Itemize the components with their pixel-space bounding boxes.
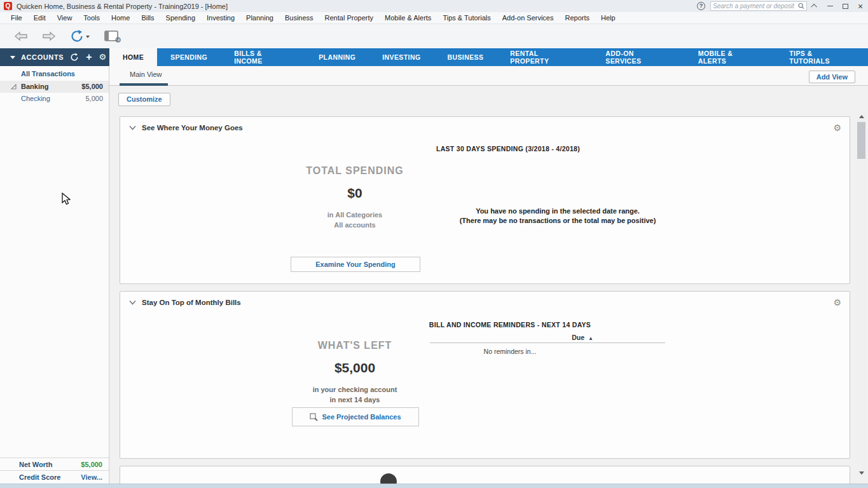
accounts-sidebar-header[interactable]: ACCOUNTS [0,48,109,66]
account-group-balance: $5,000 [81,83,103,90]
bills-panel-settings-icon[interactable] [833,297,841,308]
window-title: Quicken Home, Business & Rental Property… [17,3,228,10]
menu-investing[interactable]: Investing [201,14,240,22]
no-reminders-message: No reminders in... [383,348,637,355]
sidebar-item-checking[interactable]: Checking 5,000 [0,93,109,105]
accounts-header-label: ACCOUNTS [21,53,64,61]
gear-icon: ⚙ [114,36,121,44]
update-dropdown-caret-icon[interactable] [86,36,90,38]
tab-main-view[interactable]: Main View [130,71,162,78]
menu-reports[interactable]: Reports [560,14,596,22]
due-column-header[interactable]: Due [430,334,593,341]
forward-button[interactable] [42,31,56,41]
menu-business[interactable]: Business [279,14,319,22]
tab-investing[interactable]: INVESTING [369,48,434,66]
add-view-button[interactable]: Add View [809,71,855,83]
collapse-panel-icon[interactable] [129,300,136,305]
back-button[interactable] [14,31,28,41]
mouse-cursor [62,193,71,206]
reminders-title: BILL AND INCOME REMINDERS - NEXT 14 DAYS [383,321,637,329]
accounts-collapse-icon[interactable] [10,56,15,59]
group-expand-icon[interactable] [11,84,17,90]
main-content: Main View Add View Customize See Where Y… [109,66,868,488]
whats-left-sub2: in next 14 days [291,396,418,403]
tab-rental-property[interactable]: RENTAL PROPERTY [497,48,592,66]
scroll-up-icon[interactable] [857,112,866,121]
credit-score-view-link[interactable]: View... [81,473,102,481]
whats-left-summary: WHAT'S LEFT $5,000 in your checking acco… [291,340,418,403]
sidebar-item-all-transactions[interactable]: All Transactions [21,70,75,78]
spending-panel: See Where Your Money Goes LAST 30 DAYS S… [120,116,850,284]
tab-business[interactable]: BUSINESS [434,48,497,66]
whats-left-value: $5,000 [291,360,418,376]
active-view-underline [120,83,168,86]
credit-score-label: Credit Score [19,473,60,481]
bills-panel: Stay On Top of Monthly Bills BILL AND IN… [120,291,850,459]
tab-addon-services[interactable]: ADD-ON SERVICES [592,48,684,66]
refresh-icon [70,29,84,43]
quicken-window: Q Quicken Home, Business & Rental Proper… [0,0,868,488]
vertical-scrollbar[interactable] [857,112,866,478]
bills-panel-title: Stay On Top of Monthly Bills [142,299,241,306]
menu-edit[interactable]: Edit [28,14,52,22]
maximize-icon[interactable] [837,0,853,12]
minimize-icon[interactable] [822,0,837,12]
menu-home[interactable]: Home [106,14,135,22]
menu-planning[interactable]: Planning [240,14,279,22]
total-spending-label: TOTAL SPENDING [291,165,418,177]
tab-planning[interactable]: PLANNING [305,48,369,66]
tab-tips-tutorials[interactable]: TIPS & TUTORIALS [776,48,868,66]
due-label: Due [572,334,584,341]
collapse-chevron-icon[interactable] [807,0,822,12]
customize-button[interactable]: Customize [118,93,170,106]
menu-bills[interactable]: Bills [135,14,160,22]
menu-rental-property[interactable]: Rental Property [319,14,379,22]
whats-left-label: WHAT'S LEFT [291,340,418,351]
spending-panel-title: See Where Your Money Goes [142,124,243,132]
spending-chart-title: LAST 30 DAYS SPENDING (3/2018 - 4/2018) [381,145,635,152]
tab-home[interactable]: HOME [109,48,157,66]
sidebar-group-banking[interactable]: Banking $5,000 [0,81,109,93]
menu-addon-services[interactable]: Add-on Services [497,14,560,22]
close-icon[interactable] [853,0,868,12]
view-tab-strip: Main View Add View [109,66,868,86]
scrollbar-thumb[interactable] [857,122,865,159]
help-icon[interactable] [697,2,705,10]
menu-tools[interactable]: Tools [78,14,106,22]
menu-tips-tutorials[interactable]: Tips & Tutorials [437,14,496,22]
no-spending-line1: You have no spending in the selected dat… [380,207,736,216]
accounts-refresh-icon[interactable] [70,53,79,62]
search-input[interactable] [713,3,798,10]
accounts-sidebar: All Transactions Banking $5,000 Checking… [0,66,109,488]
scroll-down-icon[interactable] [857,468,866,478]
account-group-name: Banking [21,83,48,90]
menu-file[interactable]: File [5,14,28,22]
collapse-panel-icon[interactable] [129,125,136,130]
tab-mobile-alerts[interactable]: MOBILE & ALERTS [685,48,776,66]
spending-panel-settings-icon[interactable] [833,123,841,133]
toolbar: ⚙ [0,24,868,48]
whats-left-sub1: in your checking account [291,386,418,393]
tab-bills-income[interactable]: BILLS & INCOME [221,48,305,66]
credit-score-row[interactable]: Credit Score View... [0,470,109,483]
search-icon [798,3,804,10]
add-account-icon[interactable] [86,53,92,62]
menu-mobile-alerts[interactable]: Mobile & Alerts [379,14,437,22]
status-strip [0,484,868,488]
see-projected-balances-button[interactable]: See Projected Balances [292,407,419,426]
one-step-update-button[interactable] [70,29,90,43]
net-worth-row[interactable]: Net Worth $5,000 [0,458,109,470]
menu-view[interactable]: View [52,14,78,22]
examine-spending-button[interactable]: Examine Your Spending [291,257,420,272]
tab-spending[interactable]: SPENDING [157,48,221,66]
title-bar: Q Quicken Home, Business & Rental Proper… [0,0,868,12]
net-worth-label: Net Worth [19,461,52,468]
accounts-settings-icon[interactable] [99,53,106,62]
menu-help[interactable]: Help [595,14,621,22]
menu-spending[interactable]: Spending [160,14,202,22]
reminders-header-divider [430,342,665,343]
magnifier-icon [310,413,318,421]
global-search-box[interactable] [710,1,807,11]
register-settings-button[interactable]: ⚙ [104,30,119,43]
menu-bar: File Edit View Tools Home Bills Spending… [0,12,868,24]
